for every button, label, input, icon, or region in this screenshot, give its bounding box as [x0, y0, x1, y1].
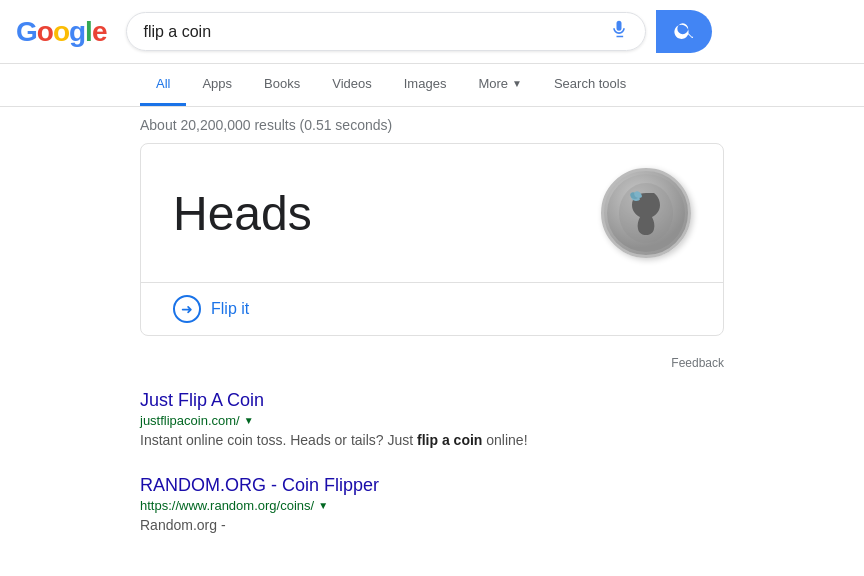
more-dropdown-arrow: ▼: [512, 78, 522, 89]
tab-search-tools[interactable]: Search tools: [538, 64, 642, 106]
feedback-link[interactable]: Feedback: [671, 356, 724, 370]
search-result-1: Just Flip A Coin justflipacoin.com/ ▼ In…: [140, 378, 724, 463]
search-result-2: RANDOM.ORG - Coin Flipper https://www.ra…: [140, 463, 724, 548]
coin-inner: [607, 174, 685, 252]
result-1-desc-after: online!: [482, 432, 527, 448]
flip-icon: ➜: [173, 295, 201, 323]
feedback-row: Feedback: [140, 352, 724, 378]
result-1-url: justflipacoin.com/: [140, 413, 240, 428]
coin-image: [601, 168, 691, 258]
logo-o1: o: [37, 16, 53, 48]
logo-g: G: [16, 16, 37, 48]
result-1-description: Instant online coin toss. Heads or tails…: [140, 430, 724, 451]
result-1-dropdown-arrow[interactable]: ▼: [244, 415, 254, 426]
google-logo[interactable]: G o o g l e: [16, 16, 106, 48]
search-bar: [126, 12, 646, 51]
microphone-icon[interactable]: [609, 19, 629, 44]
logo-g2: g: [69, 16, 85, 48]
coin-result-text: Heads: [173, 186, 312, 241]
flip-label: Flip it: [211, 300, 249, 318]
logo-e: e: [92, 16, 107, 48]
coin-widget: Heads ➜ Flip it: [140, 143, 724, 336]
search-input[interactable]: [143, 23, 601, 41]
result-2-title[interactable]: RANDOM.ORG - Coin Flipper: [140, 475, 379, 495]
result-2-url: https://www.random.org/coins/: [140, 498, 314, 513]
result-1-title[interactable]: Just Flip A Coin: [140, 390, 264, 410]
result-2-desc-before: Random.org -: [140, 517, 226, 533]
flip-button-row[interactable]: ➜ Flip it: [141, 282, 723, 335]
result-1-desc-before: Instant online coin toss. Heads or tails…: [140, 432, 417, 448]
tab-more[interactable]: More ▼: [462, 64, 538, 106]
result-1-url-row: justflipacoin.com/ ▼: [140, 413, 724, 428]
main-content: Heads ➜ Flip it: [0, 143, 864, 548]
results-count: About 20,200,000 results (0.51 seconds): [0, 107, 864, 143]
logo-l: l: [85, 16, 92, 48]
result-2-dropdown-arrow[interactable]: ▼: [318, 500, 328, 511]
coin-result-area: Heads: [141, 144, 723, 282]
result-2-url-row: https://www.random.org/coins/ ▼: [140, 498, 724, 513]
tab-all[interactable]: All: [140, 64, 186, 106]
tab-apps[interactable]: Apps: [186, 64, 248, 106]
header: G o o g l e: [0, 0, 864, 64]
search-button[interactable]: [656, 10, 712, 53]
result-2-description: Random.org -: [140, 515, 724, 536]
tab-books[interactable]: Books: [248, 64, 316, 106]
logo-o2: o: [53, 16, 69, 48]
tab-images[interactable]: Images: [388, 64, 463, 106]
coin-profile-svg: [616, 179, 676, 247]
nav-tabs: All Apps Books Videos Images More ▼ Sear…: [0, 64, 864, 107]
result-1-desc-bold: flip a coin: [417, 432, 482, 448]
tab-videos[interactable]: Videos: [316, 64, 388, 106]
